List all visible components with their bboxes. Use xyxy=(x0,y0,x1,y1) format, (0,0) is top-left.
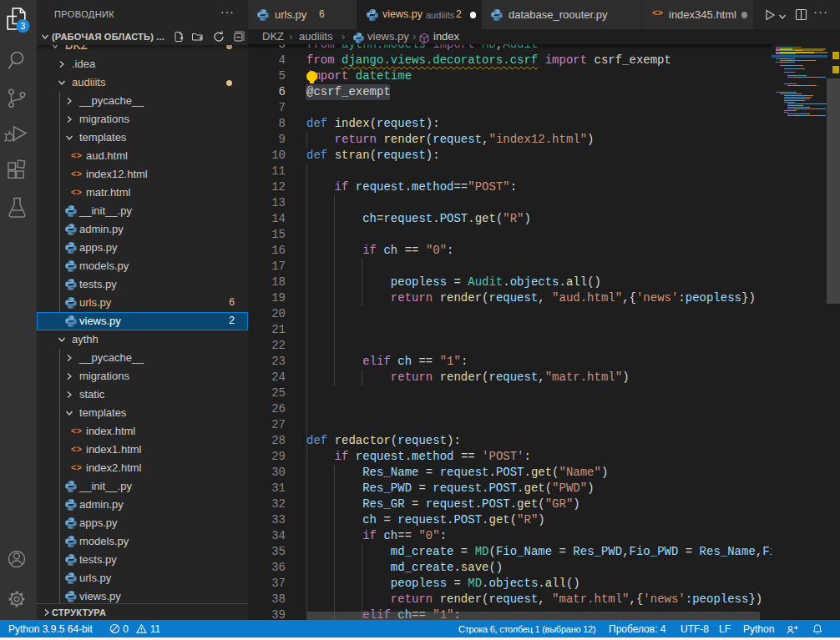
svg-text:3: 3 xyxy=(21,21,26,31)
